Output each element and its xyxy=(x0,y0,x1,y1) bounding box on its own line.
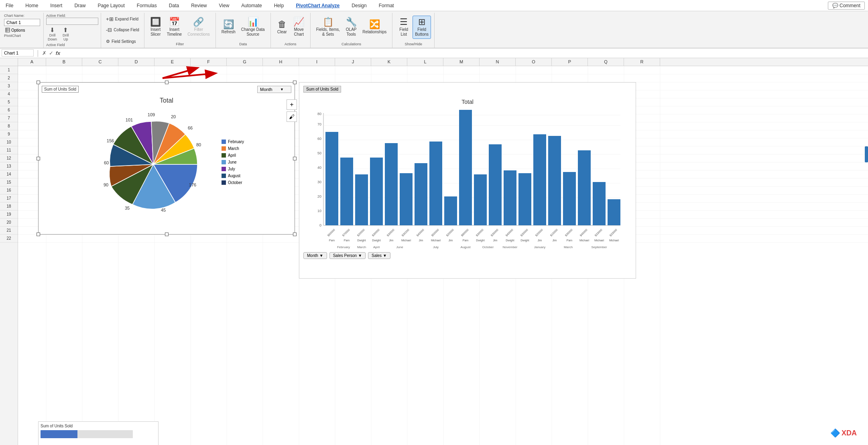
handle-mr[interactable] xyxy=(293,157,297,160)
row-18[interactable]: 18 xyxy=(0,202,18,210)
row-5[interactable]: 5 xyxy=(0,98,18,106)
salesperson-filter-pill[interactable]: Sales Person ▼ xyxy=(329,252,366,259)
insert-timeline-button[interactable]: 📅 Insert Timeline xyxy=(165,16,184,39)
row-9[interactable]: 9 xyxy=(0,130,18,138)
handle-ml[interactable] xyxy=(37,157,40,160)
active-field-input[interactable] xyxy=(46,18,98,25)
col-R[interactable]: R xyxy=(624,58,660,66)
col-F[interactable]: F xyxy=(191,58,227,66)
formula-input[interactable] xyxy=(62,51,866,55)
menu-formulas[interactable]: Formulas xyxy=(134,2,159,9)
handle-br[interactable] xyxy=(293,233,297,236)
fx-icon[interactable]: fx xyxy=(56,50,61,56)
menu-format[interactable]: Format xyxy=(376,2,396,9)
svg-text:$20000: $20000 xyxy=(445,228,454,237)
options-button[interactable]: Options xyxy=(4,27,41,33)
cancel-formula-icon[interactable]: ✗ xyxy=(42,50,47,56)
col-C[interactable]: C xyxy=(82,58,118,66)
row-7[interactable]: 7 xyxy=(0,114,18,122)
col-H[interactable]: H xyxy=(263,58,299,66)
col-D[interactable]: D xyxy=(118,58,154,66)
handle-tl[interactable] xyxy=(37,81,40,84)
row-14[interactable]: 14 xyxy=(0,170,18,178)
chart-add-button[interactable]: + xyxy=(287,99,297,110)
menu-page-layout[interactable]: Page Layout xyxy=(95,2,127,9)
col-E[interactable]: E xyxy=(154,58,191,66)
row-3[interactable]: 3 xyxy=(0,82,18,90)
olap-tools-button[interactable]: 🔧 OLAP Tools xyxy=(343,16,359,39)
menu-design[interactable]: Design xyxy=(349,2,369,9)
menu-review[interactable]: Review xyxy=(189,2,209,9)
insert-slicer-button[interactable]: 🔲 Insert Slicer xyxy=(148,16,164,39)
row-16[interactable]: 16 xyxy=(0,186,18,194)
menu-view[interactable]: View xyxy=(217,2,232,9)
menu-file[interactable]: File xyxy=(3,2,16,9)
pivotchart-section: Chart Name: Options PivotChart xyxy=(2,13,44,48)
col-K[interactable]: K xyxy=(371,58,407,66)
name-box[interactable] xyxy=(2,49,34,57)
drill-up-button[interactable]: ⬆ Drill Up xyxy=(61,26,71,42)
handle-tr[interactable] xyxy=(293,81,297,84)
handle-bl[interactable] xyxy=(37,233,40,236)
row-1[interactable]: 1 xyxy=(0,66,18,74)
col-A[interactable]: A xyxy=(18,58,46,66)
collapse-field-button[interactable]: -⊟ Collapse Field xyxy=(104,25,142,34)
month-filter-pill[interactable]: Month ▼ xyxy=(303,252,327,259)
row-17[interactable]: 17 xyxy=(0,194,18,202)
pie-chart-container[interactable]: Sum of Units Sold Month ▼ Total xyxy=(38,82,295,235)
row-19[interactable]: 19 xyxy=(0,210,18,218)
row-8[interactable]: 8 xyxy=(0,122,18,130)
menu-help[interactable]: Help xyxy=(272,2,287,9)
scrollbar-thumb[interactable] xyxy=(865,146,868,162)
col-P[interactable]: P xyxy=(552,58,588,66)
row-12[interactable]: 12 xyxy=(0,154,18,162)
row-20[interactable]: 20 xyxy=(0,218,18,227)
field-list-button[interactable]: ☰ Field List xyxy=(396,16,412,39)
handle-tm[interactable] xyxy=(165,81,169,84)
col-M[interactable]: M xyxy=(443,58,480,66)
col-O[interactable]: O xyxy=(516,58,552,66)
chart-brush-button[interactable]: 🖌 xyxy=(287,111,297,122)
month-dropdown[interactable]: Month ▼ xyxy=(257,86,291,93)
move-chart-button[interactable]: 📈 Move Chart xyxy=(291,16,307,39)
field-buttons-button[interactable]: ⊞ Field Buttons xyxy=(413,16,431,39)
col-N[interactable]: N xyxy=(480,58,516,66)
expand-field-button[interactable]: +⊞ Expand Field xyxy=(104,14,142,23)
relationships-button[interactable]: 🔀 Relationships xyxy=(360,16,389,39)
row-21[interactable]: 21 xyxy=(0,227,18,235)
sales-filter-pill[interactable]: Sales ▼ xyxy=(368,252,390,259)
col-J[interactable]: J xyxy=(335,58,371,66)
row-6[interactable]: 6 xyxy=(0,106,18,114)
menu-comment[interactable]: 💬 Comment xyxy=(828,2,865,10)
row-4[interactable]: 4 xyxy=(0,90,18,98)
col-Q[interactable]: Q xyxy=(588,58,624,66)
handle-bm[interactable] xyxy=(165,233,169,236)
row-2[interactable]: 2 xyxy=(0,74,18,82)
row-11[interactable]: 11 xyxy=(0,146,18,154)
refresh-button[interactable]: 🔄 Refresh xyxy=(219,16,238,39)
filter-connections-button[interactable]: 🔗 Filter Connections xyxy=(185,16,212,39)
xda-logo-icon: 🔷 xyxy=(830,428,840,438)
col-I[interactable]: I xyxy=(299,58,335,66)
row-22[interactable]: 22 xyxy=(0,235,18,243)
field-settings-button[interactable]: ⚙ Field Settings xyxy=(104,37,142,46)
drill-down-button[interactable]: ⬇ Drill Down xyxy=(46,26,59,42)
menu-insert[interactable]: Insert xyxy=(48,2,65,9)
col-B[interactable]: B xyxy=(46,58,82,66)
chart-name-input[interactable] xyxy=(4,19,40,26)
menu-draw[interactable]: Draw xyxy=(72,2,88,9)
menu-pivotchart-analyze[interactable]: PivotChart Analyze xyxy=(293,2,342,9)
fields-items-sets-button[interactable]: 📋 Fields, Items, & Sets xyxy=(314,16,342,39)
row-10[interactable]: 10 xyxy=(0,138,18,146)
change-data-source-button[interactable]: 📊 Change Data Source xyxy=(239,16,267,39)
col-L[interactable]: L xyxy=(407,58,443,66)
menu-data[interactable]: Data xyxy=(167,2,181,9)
col-G[interactable]: G xyxy=(227,58,263,66)
row-15[interactable]: 15 xyxy=(0,178,18,186)
clear-button[interactable]: 🗑 Clear xyxy=(274,16,290,39)
confirm-formula-icon[interactable]: ✓ xyxy=(49,50,53,56)
bar-chart-container[interactable]: Sum of Units Sold Total + 🖌 0 10 20 xyxy=(299,82,636,279)
menu-automate[interactable]: Automate xyxy=(239,2,264,9)
row-13[interactable]: 13 xyxy=(0,162,18,170)
menu-home[interactable]: Home xyxy=(23,2,41,9)
